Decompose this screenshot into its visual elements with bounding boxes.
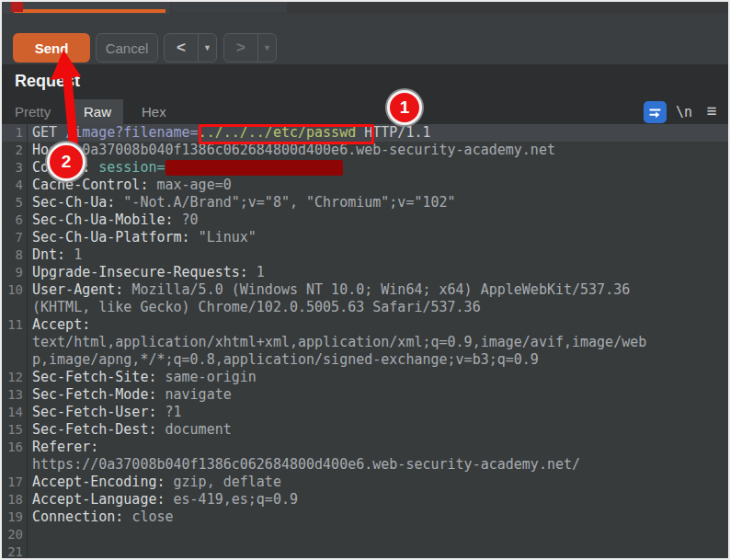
request-line[interactable]: 11Accept: [2,316,728,334]
line-content [28,526,32,543]
line-number [2,334,28,351]
request-line[interactable]: 13Sec-Fetch-Mode: navigate [2,386,728,404]
line-content: Dnt: 1 [28,246,82,264]
line-number: 8 [2,246,28,264]
request-line[interactable]: 21 [2,543,728,558]
line-segment-plain: HTTP/1.1 [356,124,430,141]
line-number: 17 [2,474,28,491]
request-line[interactable]: 15Sec-Fetch-Dest: document [2,421,728,439]
repeater-tab-bar [2,2,728,14]
line-segment-hname: Sec-Fetch-Mode: [32,386,165,403]
line-number: 6 [2,211,28,229]
line-segment-hval: es-419,es;q=0.9 [174,491,298,508]
line-segment-cookie: session= [98,159,165,176]
line-segment-hval: ?1 [165,404,182,420]
line-content: Upgrade-Insecure-Requests: 1 [28,264,265,281]
line-segment-hval: 1 [257,264,265,280]
forward-dropdown-icon[interactable]: ▼ [257,34,276,62]
line-segment-hval: same-origin [165,369,257,385]
line-segment-hname: Cookie: [32,159,98,176]
message-view-tabs: Pretty Raw Hex [2,99,728,124]
editor-content[interactable]: 1GET /image?filename=../../../etc/passwd… [2,124,728,558]
line-segment-hval: max-age=0 [156,177,231,193]
tab-pretty[interactable]: Pretty [3,99,63,124]
request-line[interactable]: 7Sec-Ch-Ua-Platform: "Linux" [2,229,728,246]
line-content: Referer: [28,439,98,456]
line-number: 12 [2,369,28,386]
tab-raw[interactable]: Raw [72,99,123,124]
line-number: 3 [2,159,28,177]
request-line[interactable]: text/html,application/xhtml+xml,applicat… [2,334,728,351]
line-content: https://0a37008b040f1386c062684800d400e6… [28,456,580,474]
request-line[interactable]: 4Cache-Control: max-age=0 [2,177,728,194]
line-segment-hname: Sec-Ch-Ua-Mobile: [32,211,182,228]
request-panel-title: Request [15,72,80,91]
line-number: 9 [2,264,28,281]
line-number: 11 [2,316,28,334]
repeater-tab-inactive[interactable] [171,2,287,13]
line-segment-hval: text/html,application/xhtml+xml,applicat… [32,334,646,350]
back-icon[interactable]: < [165,34,198,62]
request-line[interactable]: (KHTML, like Gecko) Chrome/102.0.5005.63… [2,299,728,316]
line-segment-hname: Dnt: [32,246,74,263]
line-content [28,543,32,558]
back-dropdown-icon[interactable]: ▼ [198,34,216,62]
request-line[interactable]: 20 [2,526,728,543]
newline-toggle-icon[interactable]: \n [674,102,694,122]
line-content: (KHTML, like Gecko) Chrome/102.0.5005.63… [28,299,481,316]
line-segment-hname: Sec-Fetch-Site: [32,369,165,385]
request-line[interactable]: 17Accept-Encoding: gzip, deflate [2,474,728,491]
request-line[interactable]: 10User-Agent: Mozilla/5.0 (Windows NT 10… [2,281,728,299]
repeater-toolbar: Send Cancel < ▼ > ▼ [2,14,728,64]
request-line[interactable]: 6Sec-Ch-Ua-Mobile: ?0 [2,211,728,229]
tab-label-redaction [11,2,23,12]
line-number: 7 [2,229,28,246]
line-number: 4 [2,177,28,194]
editor-menu-icon[interactable]: ≡ [701,100,723,122]
line-segment-hname: Sec-Ch-Ua: [32,194,123,211]
request-editor[interactable]: 1GET /image?filename=../../../etc/passwd… [2,124,728,558]
line-number [2,456,28,474]
line-number: 16 [2,439,28,456]
request-line[interactable]: 12Sec-Fetch-Site: same-origin [2,369,728,386]
request-line[interactable]: 9Upgrade-Insecure-Requests: 1 [2,264,728,281]
line-content: GET /image?filename=../../../etc/passwd … [28,124,431,142]
line-number [2,351,28,369]
line-segment-hname: Connection: [32,509,131,525]
cancel-button[interactable]: Cancel [96,33,158,63]
line-content: Sec-Fetch-Site: same-origin [28,369,257,386]
request-line[interactable]: 18Accept-Language: es-419,es;q=0.9 [2,491,728,509]
line-segment-url: /image?filename= [65,124,199,141]
request-line[interactable]: 14Sec-Fetch-User: ?1 [2,404,728,421]
forward-icon[interactable]: > [224,34,257,62]
tab-hex[interactable]: Hex [130,99,178,124]
line-number: 21 [2,543,28,558]
line-segment-hval: 1 [74,246,82,263]
request-line[interactable]: 5Sec-Ch-Ua: "-Not.A/Brand";v="8", "Chrom… [2,194,728,211]
burp-repeater-window: Send Cancel < ▼ > ▼ Request Pretty Raw H… [0,0,730,560]
line-segment-hval: Mozilla/5.0 (Windows NT 10.0; Win64; x64… [131,281,630,298]
request-line[interactable]: 19Connection: close [2,509,728,526]
send-button[interactable]: Send [13,33,90,63]
line-number: 15 [2,421,28,439]
line-content: User-Agent: Mozilla/5.0 (Windows NT 10.0… [28,281,630,299]
line-content: Sec-Ch-Ua-Mobile: ?0 [28,211,199,229]
soft-wrap-icon[interactable] [644,101,667,123]
line-content: Sec-Fetch-Dest: document [28,421,232,439]
line-content: Sec-Fetch-Mode: navigate [28,386,232,404]
request-line[interactable]: 1GET /image?filename=../../../etc/passwd… [2,124,728,142]
line-content: Cache-Control: max-age=0 [28,177,232,194]
request-line[interactable]: https://0a37008b040f1386c062684800d400e6… [2,456,728,474]
line-segment-hval: "Linux" [199,229,257,246]
forward-request-button[interactable]: > ▼ [223,33,277,63]
request-line[interactable]: p,image/apng,*/*;q=0.8,application/signe… [2,351,728,369]
line-content: Cookie: session= [28,159,343,177]
request-line[interactable]: 8Dnt: 1 [2,246,728,264]
request-line[interactable]: 16Referer: [2,439,728,456]
session-redaction-block [165,160,343,176]
line-content: Sec-Fetch-User: ?1 [28,404,182,421]
request-line[interactable]: 2Host: 0a37008b040f1386c062684800d400e6.… [2,142,728,159]
back-request-button[interactable]: < ▼ [164,33,217,63]
request-line[interactable]: 3Cookie: session= [2,159,728,177]
line-segment-hname: Accept-Language: [32,491,174,508]
